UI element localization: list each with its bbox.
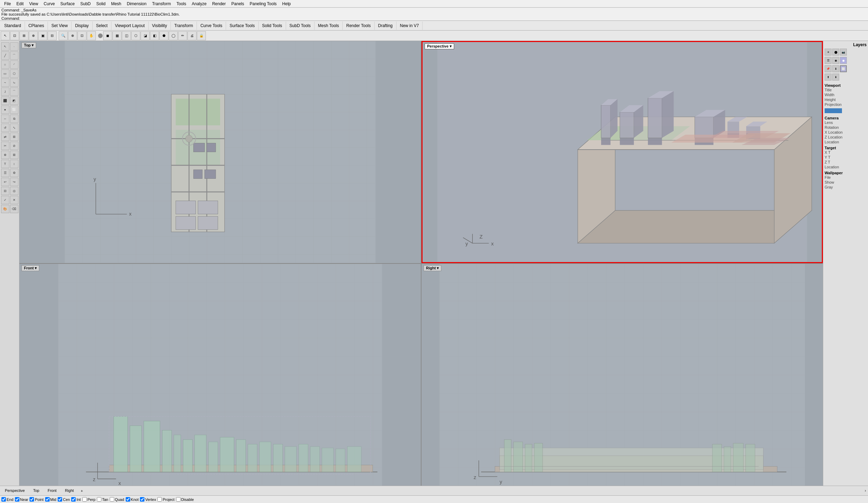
- lt-join[interactable]: ⊕: [1, 151, 9, 159]
- lt-array[interactable]: ⊞: [10, 133, 18, 141]
- tab-curve-tools[interactable]: Curve Tools: [197, 22, 226, 30]
- tb-pan[interactable]: ✋: [87, 31, 96, 40]
- lt-offset[interactable]: ⤸: [1, 87, 9, 96]
- lt-grid[interactable]: ⊟: [1, 187, 9, 195]
- tab-transform[interactable]: Transform: [171, 22, 197, 30]
- tab-display[interactable]: Display: [72, 22, 92, 30]
- rp-icon-material[interactable]: ◼: [840, 57, 847, 64]
- menu-curve[interactable]: Curve: [41, 0, 58, 7]
- tb-select-filter[interactable]: ⊟: [48, 31, 57, 40]
- snap-point-checkbox[interactable]: [30, 497, 34, 502]
- menu-edit[interactable]: Edit: [14, 0, 26, 7]
- menu-subd[interactable]: SubD: [77, 0, 93, 7]
- bottom-tab-right[interactable]: Right: [62, 488, 77, 494]
- tb-select-all[interactable]: ▣: [38, 31, 47, 40]
- viewport-right-label[interactable]: Right ▾: [424, 265, 441, 271]
- lt-surface[interactable]: ◩: [10, 97, 18, 105]
- lt-undo[interactable]: ↩: [1, 178, 9, 186]
- lt-point[interactable]: ·: [10, 42, 18, 51]
- menu-dimension[interactable]: Dimension: [124, 0, 149, 7]
- rp-icon-camera[interactable]: 📷: [840, 49, 847, 56]
- tb-select-crossing[interactable]: ⊞: [19, 31, 28, 40]
- tb-select-previous[interactable]: ⊕: [29, 31, 38, 40]
- menu-render[interactable]: Render: [209, 0, 228, 7]
- lt-sphere[interactable]: ●: [1, 106, 9, 114]
- snap-disable-checkbox[interactable]: [176, 497, 181, 502]
- tb-rendered[interactable]: ◪: [141, 31, 150, 40]
- lt-circle[interactable]: ○: [1, 60, 9, 69]
- lt-arc[interactable]: ◜: [10, 60, 18, 69]
- lt-extrude[interactable]: ⬛: [1, 97, 9, 105]
- viewport-perspective-label[interactable]: Perspective ▾: [425, 43, 454, 49]
- tab-mesh-tools[interactable]: Mesh Tools: [315, 22, 343, 30]
- tb-zoom-dynamic[interactable]: ⊡: [77, 31, 86, 40]
- tb-pen[interactable]: ✏: [178, 31, 187, 40]
- bottom-tab-top[interactable]: Top: [30, 488, 42, 494]
- lt-erase[interactable]: ⌫: [10, 205, 18, 213]
- lt-curve[interactable]: ~: [1, 78, 9, 87]
- lt-redo[interactable]: ↪: [10, 178, 18, 186]
- lt-select[interactable]: ↖: [1, 42, 9, 51]
- menu-panels[interactable]: Panels: [228, 0, 247, 7]
- menu-solid[interactable]: Solid: [93, 0, 108, 7]
- tab-surface-tools[interactable]: Surface Tools: [226, 22, 259, 30]
- rp-icon-sun[interactable]: ☀: [825, 49, 832, 56]
- tb-render-viewport[interactable]: ▦: [112, 31, 122, 40]
- snap-quad-checkbox[interactable]: [110, 497, 114, 502]
- menu-surface[interactable]: Surface: [58, 0, 77, 7]
- rp-icon-palette[interactable]: ⬤: [832, 49, 839, 56]
- tb-material[interactable]: ◼: [103, 31, 112, 40]
- viewport-perspective[interactable]: Perspective ▾: [422, 41, 823, 263]
- snap-project-checkbox[interactable]: [157, 497, 162, 502]
- lt-cancel[interactable]: ✕: [10, 196, 18, 204]
- snap-mid-checkbox[interactable]: [45, 497, 50, 502]
- lt-split[interactable]: ⊘: [10, 142, 18, 150]
- lt-layer[interactable]: ☰: [1, 169, 9, 177]
- tab-drafting[interactable]: Drafting: [375, 22, 397, 30]
- lt-fillet-curve[interactable]: ⌒: [10, 87, 18, 96]
- snap-vertex-checkbox[interactable]: [140, 497, 144, 502]
- lt-line[interactable]: ╱: [1, 51, 9, 60]
- menu-transform[interactable]: Transform: [149, 0, 174, 7]
- lt-mirror[interactable]: ⇌: [1, 133, 9, 141]
- lt-polyline[interactable]: ⌒: [10, 51, 18, 60]
- tb-zoom-window[interactable]: ⊕: [68, 31, 77, 40]
- snap-end-checkbox[interactable]: [1, 497, 6, 502]
- menu-view[interactable]: View: [26, 0, 41, 7]
- rp-icon-object[interactable]: ◉: [832, 57, 839, 64]
- snap-cen-checkbox[interactable]: [58, 497, 62, 502]
- tb-ghosted[interactable]: ◧: [150, 31, 159, 40]
- lt-move[interactable]: ↔: [1, 115, 9, 123]
- lt-copy[interactable]: ⧉: [10, 115, 18, 123]
- tb-color-display[interactable]: [98, 33, 103, 38]
- lt-polygon[interactable]: ⬡: [10, 69, 18, 78]
- tb-wireframe[interactable]: ⬡: [131, 31, 140, 40]
- lt-box[interactable]: ⬜: [10, 106, 18, 114]
- lt-trim[interactable]: ✂: [1, 142, 9, 150]
- rp-icon-layer[interactable]: ☰: [825, 57, 832, 64]
- add-viewport-btn[interactable]: +: [81, 489, 83, 493]
- snap-near-checkbox[interactable]: [15, 497, 19, 502]
- tab-select[interactable]: Select: [93, 22, 111, 30]
- tb-print-display[interactable]: 🖨: [187, 31, 197, 40]
- viewport-top-label[interactable]: Top ▾: [22, 42, 36, 48]
- lt-properties[interactable]: ⚙: [10, 169, 18, 177]
- tb-lock-viewport[interactable]: 🔒: [197, 31, 206, 40]
- snap-tan-checkbox[interactable]: [97, 497, 101, 502]
- tb-select-objects[interactable]: ↖: [1, 31, 10, 40]
- bottom-tab-perspective[interactable]: Perspective: [2, 488, 27, 494]
- lt-paint[interactable]: 🎨: [1, 205, 9, 213]
- lt-snap[interactable]: ◎: [10, 187, 18, 195]
- tb-select-window[interactable]: ⊡: [10, 31, 19, 40]
- menu-tools[interactable]: Tools: [174, 0, 189, 7]
- lt-check[interactable]: ✓: [1, 196, 9, 204]
- menu-paneling-tools[interactable]: Paneling Tools: [247, 0, 279, 7]
- tab-cplanes[interactable]: CPlanes: [25, 22, 48, 30]
- tab-viewport-layout[interactable]: Viewport Layout: [111, 22, 149, 30]
- tb-xray[interactable]: ⬟: [159, 31, 168, 40]
- bottom-tab-front[interactable]: Front: [45, 488, 59, 494]
- lt-text[interactable]: T: [1, 160, 9, 168]
- viewport-top[interactable]: Top ▾ x y: [19, 41, 421, 263]
- menu-help[interactable]: Help: [279, 0, 294, 7]
- menu-file[interactable]: File: [1, 0, 14, 7]
